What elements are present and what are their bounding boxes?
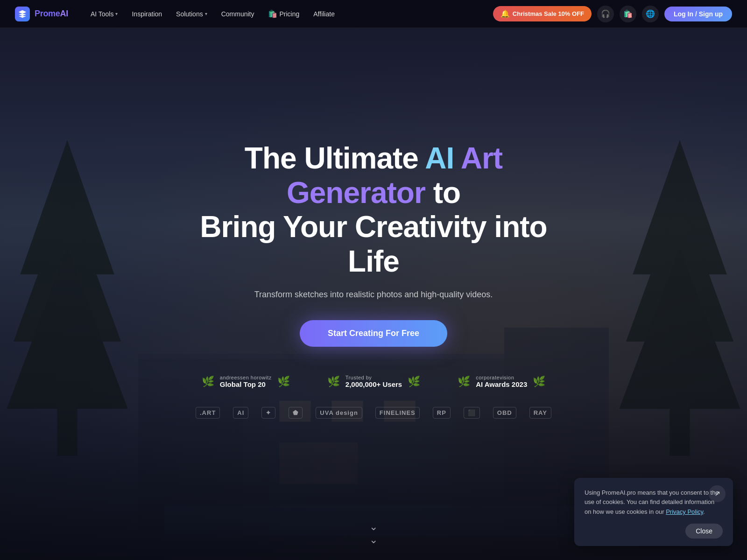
partner-logo-1: .ART: [196, 407, 220, 419]
award-item-2: 🌿 Trusted by 2,000,000+ Users 🌿: [327, 375, 420, 388]
partner-logo-7: RP: [433, 407, 451, 419]
partner-logo-6: FINELINES: [375, 407, 420, 419]
share-icon[interactable]: ↗: [709, 485, 726, 502]
cookie-link-suffix: .: [703, 508, 705, 515]
hero-subtitle: Transform sketches into realistic photos…: [173, 288, 574, 301]
login-label: Log In / Sign up: [674, 10, 723, 18]
wreath-left-1: 🌿: [202, 376, 214, 388]
hero-content: The Ultimate AI Art Generator to Bring Y…: [163, 141, 584, 347]
partner-logo-2: AI: [233, 407, 248, 419]
title-prefix: The Ultimate: [245, 141, 425, 175]
partner-logo-9: OBD: [493, 407, 516, 419]
solutions-label: Solutions: [176, 10, 203, 18]
wreath-right-3: 🌿: [533, 376, 545, 388]
nav-left: PromeAI AI Tools ▾ Inspiration Solutions…: [15, 7, 340, 21]
title-ai: AI: [425, 141, 454, 175]
partner-logo-4: ⬟: [289, 407, 303, 419]
logo[interactable]: PromeAI: [15, 7, 68, 21]
xmas-label: Christmas Sale 10% OFF: [513, 10, 584, 17]
subtitle-text: Transform sketches into realistic photos…: [254, 290, 493, 299]
partner-logo-3: ✦: [261, 407, 275, 419]
award-org-2: Trusted by: [345, 375, 402, 380]
bag-button[interactable]: 🛍️: [620, 6, 636, 22]
partner-logo-10: RAY: [529, 407, 551, 419]
nav-solutions[interactable]: Solutions ▾: [170, 7, 213, 21]
wreath-left-3: 🌿: [458, 376, 470, 388]
ai-tools-label: AI Tools: [91, 10, 114, 18]
award-label-3: AI Awards 2023: [476, 380, 527, 388]
nav-affiliate[interactable]: Affiliate: [308, 7, 340, 21]
bell-icon: 🔔: [500, 9, 510, 18]
partner-logo-5: UVA design: [316, 407, 362, 419]
award-label-1: Global Top 20: [220, 380, 272, 388]
wreath-right-1: 🌿: [277, 376, 290, 388]
hero-section: The Ultimate AI Art Generator to Bring Y…: [0, 0, 747, 560]
login-button[interactable]: Log In / Sign up: [664, 7, 732, 21]
cta-button[interactable]: Start Creating For Free: [300, 320, 447, 347]
cookie-text: Using PromeAI.pro means that you consent…: [585, 488, 723, 517]
award-item-1: 🌿 andreessen horowitz Global Top 20 🌿: [202, 375, 290, 388]
inspiration-label: Inspiration: [132, 10, 162, 18]
affiliate-label: Affiliate: [313, 10, 335, 18]
cart-icon: 🛍️: [268, 9, 277, 18]
pricing-label: Pricing: [279, 10, 299, 18]
cookie-close-button[interactable]: Close: [685, 524, 723, 539]
awards-strip: 🌿 andreessen horowitz Global Top 20 🌿 🌿 …: [192, 375, 555, 388]
award-org-3: corporatevision: [476, 375, 527, 380]
close-label: Close: [696, 527, 712, 535]
cta-label: Start Creating For Free: [328, 329, 419, 338]
navbar: PromeAI AI Tools ▾ Inspiration Solutions…: [0, 0, 747, 28]
nav-inspiration[interactable]: Inspiration: [126, 7, 168, 21]
nav-pricing[interactable]: 🛍️ Pricing: [262, 7, 305, 21]
wreath-left-2: 🌿: [327, 376, 340, 388]
globe-button[interactable]: 🌐: [642, 6, 659, 22]
award-item-3: 🌿 corporatevision AI Awards 2023 🌿: [458, 375, 545, 388]
community-label: Community: [221, 10, 254, 18]
partner-logo-8: ⬛: [464, 407, 480, 419]
cookie-notice: ↗ Using PromeAI.pro means that you conse…: [574, 478, 733, 546]
chevron-down-2: ⌄: [369, 534, 378, 546]
award-label-2: 2,000,000+ Users: [345, 380, 402, 388]
nav-ai-tools[interactable]: AI Tools ▾: [85, 7, 124, 21]
logo-svg: [18, 9, 27, 19]
title-suffix: to: [425, 176, 460, 210]
scroll-indicator[interactable]: ⌄ ⌄: [369, 521, 378, 546]
nav-right: 🔔 Christmas Sale 10% OFF 🎧 🛍️ 🌐 Log In /…: [493, 6, 732, 22]
chevron-down-1: ⌄: [369, 521, 378, 533]
nav-links: AI Tools ▾ Inspiration Solutions ▾ Commu…: [85, 7, 340, 21]
title-line2: Bring Your Creativity into Life: [200, 210, 547, 278]
hero-title: The Ultimate AI Art Generator to Bring Y…: [173, 141, 574, 279]
logo-prefix: Prome: [35, 9, 60, 18]
wreath-right-2: 🌿: [408, 376, 420, 388]
partner-logos-strip: .ART AI ✦ ⬟ UVA design FINELINES RP ⬛ OB…: [177, 407, 570, 419]
nav-community[interactable]: Community: [216, 7, 260, 21]
privacy-policy-link[interactable]: Privacy Policy: [666, 508, 703, 515]
award-org-1: andreessen horowitz: [220, 375, 272, 380]
award-text-2: Trusted by 2,000,000+ Users: [345, 375, 402, 388]
chevron-down-icon-2: ▾: [205, 11, 207, 16]
award-text-3: corporatevision AI Awards 2023: [476, 375, 527, 388]
chevron-down-icon: ▾: [115, 11, 118, 16]
logo-icon: [15, 7, 30, 21]
xmas-sale-banner[interactable]: 🔔 Christmas Sale 10% OFF: [493, 6, 592, 21]
logo-text: PromeAI: [35, 9, 68, 19]
award-text-1: andreessen horowitz Global Top 20: [220, 375, 272, 388]
logo-suffix: AI: [60, 9, 68, 18]
cookie-footer: Close: [585, 524, 723, 539]
headset-button[interactable]: 🎧: [597, 6, 614, 22]
